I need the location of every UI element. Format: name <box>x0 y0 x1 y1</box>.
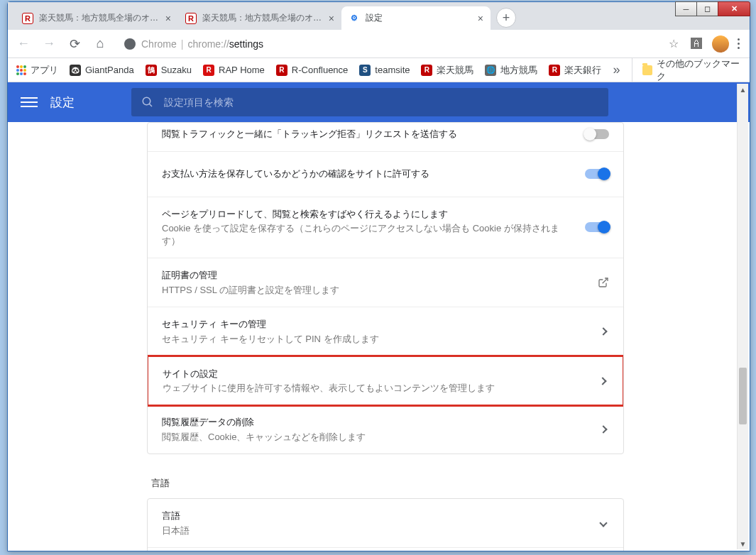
tab-title: 楽天競馬：地方競馬全場のオッズ <box>202 12 324 24</box>
svg-line-2 <box>603 278 608 283</box>
other-bookmarks-label: その他のブックマーク <box>657 58 741 82</box>
scroll-up-icon[interactable]: ▲ <box>738 84 748 95</box>
setting-row-spellcheck[interactable]: スペルチェック <box>148 548 623 551</box>
scroll-down-icon[interactable]: ▼ <box>738 538 748 549</box>
bookmark-label: 楽天競馬 <box>437 64 473 77</box>
row-title: ページをプリロードして、閲覧と検索をすばやく行えるようにします <box>162 207 574 221</box>
svg-line-1 <box>149 104 152 106</box>
bookmark-item[interactable]: RR-Confluence <box>276 65 349 76</box>
setting-row-certificates[interactable]: 証明書の管理 HTTPS / SSL の証明書と設定を管理します <box>148 258 623 307</box>
svg-point-0 <box>143 97 150 105</box>
vertical-scrollbar[interactable]: ▲ ▼ <box>737 84 748 549</box>
favicon-rakuten-icon: R <box>185 13 197 24</box>
tab-close-icon[interactable]: × <box>329 13 334 24</box>
settings-panel: 閲覧トラフィックと一緒に「トラッキング拒否」リクエストを送信する お支払い方法を… <box>147 122 624 551</box>
apps-shortcut[interactable]: アプリ <box>16 64 58 77</box>
browser-tab-active[interactable]: ⚙ 設定 × <box>341 6 491 30</box>
bookmark-favicon-icon: R <box>203 65 214 76</box>
bookmark-label: 地方競馬 <box>500 64 537 77</box>
hamburger-menu-icon[interactable] <box>21 94 38 111</box>
bookmark-favicon-icon: 🌐 <box>485 65 496 76</box>
setting-row-clear-data[interactable]: 閲覧履歴データの削除 閲覧履歴、Cookie、キャッシュなどを削除します <box>148 405 623 454</box>
bookmark-favicon-icon: R <box>549 65 560 76</box>
toggle-switch[interactable] <box>585 129 609 139</box>
row-subtitle: Cookie を使って設定を保存する（これらのページにアクセスしない場合も Co… <box>162 222 574 248</box>
favicon-settings-icon: ⚙ <box>349 13 360 24</box>
setting-row-language[interactable]: 言語 日本語 <box>148 499 623 548</box>
omnibox-url-scheme: chrome:// <box>187 38 229 50</box>
setting-row-dnt[interactable]: 閲覧トラフィックと一緒に「トラッキング拒否」リクエストを送信する <box>148 123 623 152</box>
bookmark-item[interactable]: R楽天競馬 <box>421 64 473 77</box>
browser-tab[interactable]: R 楽天競馬：地方競馬全場のオッズ × <box>178 6 341 30</box>
row-subtitle: ウェブサイトに使用を許可する情報や、表示してもよいコンテンツを管理します <box>163 382 588 395</box>
bookmark-label: 楽天銀行 <box>564 64 601 77</box>
language-section: 言語 日本語 スペルチェック <box>147 498 624 551</box>
settings-search-box[interactable] <box>131 88 608 116</box>
browser-tab[interactable]: R 楽天競馬：地方競馬全場のオッズ × <box>15 6 178 30</box>
setting-row-preload[interactable]: ページをプリロードして、閲覧と検索をすばやく行えるようにします Cookie を… <box>148 197 623 259</box>
forward-button[interactable]: → <box>39 34 59 54</box>
settings-title: 設定 <box>50 94 75 111</box>
window-controls: ─ ◻ ✕ <box>676 1 750 16</box>
toggle-switch[interactable] <box>585 169 609 179</box>
bookmark-item[interactable]: 🐼GiantPanda <box>70 65 134 76</box>
language-heading: 言語 <box>151 477 624 490</box>
bookmark-item[interactable]: R楽天銀行 <box>549 64 601 77</box>
row-title: セキュリティ キーの管理 <box>162 317 589 331</box>
home-button[interactable]: ⌂ <box>90 34 110 54</box>
tab-close-icon[interactable]: × <box>478 13 483 24</box>
setting-row-site-settings[interactable]: サイトの設定 ウェブサイトに使用を許可する情報や、表示してもよいコンテンツを管理… <box>147 355 624 407</box>
row-title: 閲覧履歴データの削除 <box>162 415 589 429</box>
row-title: 閲覧トラフィックと一緒に「トラッキング拒否」リクエストを送信する <box>162 127 574 141</box>
new-tab-button[interactable]: + <box>496 8 516 28</box>
apps-grid-icon <box>16 65 26 75</box>
settings-search-input[interactable] <box>164 97 598 108</box>
settings-header-bar: 設定 <box>8 82 750 122</box>
chevron-down-icon <box>599 519 607 527</box>
apps-label: アプリ <box>31 64 58 77</box>
bookmark-item[interactable]: Steamsite <box>359 65 410 76</box>
kebab-menu-icon[interactable] <box>738 38 740 49</box>
chevron-right-icon <box>599 327 607 335</box>
browser-toolbar: ← → ⟳ ⌂ Chrome | chrome://settings ☆ 🅰 <box>8 30 750 58</box>
bookmark-favicon-icon: R <box>421 65 432 76</box>
tab-close-icon[interactable]: × <box>165 13 171 24</box>
open-external-icon <box>598 277 609 288</box>
privacy-section: 閲覧トラフィックと一緒に「トラッキング拒否」リクエストを送信する お支払い方法を… <box>147 122 624 454</box>
bookmark-favicon-icon: 鵠 <box>146 65 157 76</box>
bookmark-item[interactable]: RRAP Home <box>203 65 265 76</box>
window-maximize-button[interactable]: ◻ <box>696 1 718 16</box>
row-title: 証明書の管理 <box>162 268 586 282</box>
setting-row-security-keys[interactable]: セキュリティ キーの管理 セキュリティ キーをリセットして PIN を作成します <box>148 307 623 356</box>
tab-title: 楽天競馬：地方競馬全場のオッズ <box>39 12 161 24</box>
address-bar[interactable]: Chrome | chrome://settings <box>116 33 661 55</box>
reload-button[interactable]: ⟳ <box>65 34 84 54</box>
bookmark-label: R-Confluence <box>292 65 349 75</box>
extension-icon[interactable]: 🅰 <box>689 37 703 51</box>
window-minimize-button[interactable]: ─ <box>675 1 697 16</box>
bookmark-favicon-icon: S <box>359 65 371 76</box>
row-subtitle: 日本語 <box>162 524 589 537</box>
bookmark-favicon-icon: 🐼 <box>70 65 81 76</box>
bookmarks-bar: アプリ 🐼GiantPanda 鵠Suzaku RRAP Home RR-Con… <box>8 58 750 82</box>
search-icon <box>141 96 154 109</box>
other-bookmarks-folder[interactable]: その他のブックマーク <box>632 58 742 82</box>
bookmark-overflow-button[interactable]: » <box>613 62 620 77</box>
scroll-thumb[interactable] <box>739 368 747 424</box>
chevron-right-icon <box>599 426 607 434</box>
tabstrip: R 楽天競馬：地方競馬全場のオッズ × R 楽天競馬：地方競馬全場のオッズ × … <box>8 2 750 30</box>
back-button[interactable]: ← <box>13 34 33 54</box>
window-close-button[interactable]: ✕ <box>718 1 750 16</box>
chevron-right-icon <box>598 377 606 385</box>
setting-row-payment-check[interactable]: お支払い方法を保存しているかどうかの確認をサイトに許可する <box>148 152 623 197</box>
bookmark-item[interactable]: 🌐地方競馬 <box>485 64 537 77</box>
star-icon[interactable]: ☆ <box>667 37 681 51</box>
bookmark-item[interactable]: 鵠Suzaku <box>146 65 192 76</box>
toggle-switch[interactable] <box>585 222 609 232</box>
profile-avatar[interactable] <box>712 35 729 53</box>
omnibox-url-path: settings <box>229 38 263 50</box>
favicon-rakuten-icon: R <box>22 13 33 24</box>
bookmark-label: teamsite <box>375 65 410 75</box>
bookmark-label: RAP Home <box>219 65 265 75</box>
bookmark-label: Suzaku <box>161 65 192 75</box>
